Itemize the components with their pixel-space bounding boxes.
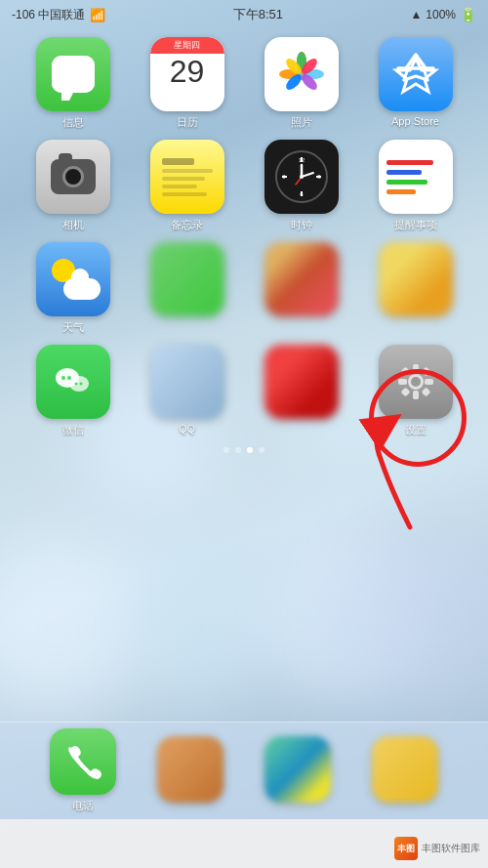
- carrier-text: -106 中国联通: [12, 7, 85, 23]
- app-grid-row1: 信息 星期四 29 日历: [20, 37, 468, 130]
- camera-lens: [62, 166, 84, 187]
- app-icon-messages: [36, 37, 110, 111]
- app-icon-wechat: [36, 345, 110, 419]
- svg-rect-32: [413, 391, 419, 399]
- svg-point-18: [300, 175, 304, 179]
- location-icon: ▲: [410, 8, 422, 21]
- app-icon-settings: [379, 345, 453, 419]
- battery-text: 100%: [426, 8, 456, 21]
- app-label-notes: 备忘录: [171, 218, 203, 232]
- app-icon-reminders: [379, 140, 453, 214]
- status-time: 下午8:51: [233, 6, 283, 23]
- rem-line-4: [386, 189, 416, 194]
- dock-label-phone: 电话: [72, 799, 94, 813]
- app-label-clock: 时钟: [291, 218, 312, 232]
- app-icon-weather: [36, 242, 110, 316]
- dock-app-2[interactable]: [157, 736, 224, 806]
- app-appstore[interactable]: App Store: [362, 37, 468, 130]
- app-icon-blurred-2: [264, 242, 339, 316]
- app-icon-blurred-3: [379, 242, 453, 316]
- reminders-content: [379, 152, 453, 202]
- app-label-messages: 信息: [62, 115, 84, 130]
- settings-svg: [390, 356, 441, 407]
- camera-bump: [59, 153, 72, 161]
- app-icon-photos: [264, 37, 339, 111]
- svg-point-30: [411, 377, 421, 387]
- dock-app-phone[interactable]: 电话: [50, 728, 116, 813]
- wechat-svg: [48, 356, 99, 407]
- status-right: ▲ 100% 🔋: [410, 7, 476, 22]
- app-reminders[interactable]: 提醒事项: [362, 140, 468, 232]
- app-grid-row3: 天气: [20, 242, 468, 335]
- app-calendar[interactable]: 星期四 29 日历: [134, 37, 240, 130]
- svg-point-26: [69, 376, 89, 392]
- svg-point-24: [61, 376, 65, 380]
- status-left: -106 中国联通 📶: [12, 7, 105, 23]
- speech-bubble-icon: [52, 56, 95, 93]
- notes-line-header: [162, 158, 195, 165]
- wallpaper-bubble-2: [117, 547, 273, 703]
- rem-line-2: [386, 170, 422, 175]
- app-blurred-3[interactable]: [362, 242, 468, 335]
- calendar-date: 29: [170, 56, 205, 87]
- app-grid-row4: 微信 QQ: [20, 345, 468, 437]
- watermark: 丰图 丰图软件图库: [394, 837, 480, 860]
- app-icon-camera: [36, 140, 110, 214]
- clock-svg: 12 3 6 9: [272, 147, 331, 206]
- app-label-reminders: 提醒事项: [394, 218, 437, 232]
- app-label-qq: QQ: [179, 423, 195, 434]
- app-label-settings: 设置: [405, 423, 427, 437]
- photos-pinwheel-svg: [274, 47, 329, 102]
- svg-rect-31: [413, 364, 419, 373]
- app-icon-calendar: 星期四 29: [150, 37, 224, 111]
- app-qq[interactable]: QQ: [134, 345, 240, 437]
- svg-rect-36: [421, 367, 430, 377]
- dock-app-3[interactable]: [264, 736, 331, 806]
- page-dot-3: [247, 447, 253, 453]
- calendar-weekday: 星期四: [150, 37, 224, 54]
- app-label-weather: 天气: [62, 320, 84, 335]
- dock: 电话: [0, 722, 488, 819]
- svg-rect-34: [425, 379, 433, 385]
- weather-cloud: [63, 278, 101, 300]
- app-messages[interactable]: 信息: [20, 37, 126, 130]
- app-notes[interactable]: 备忘录: [134, 140, 240, 232]
- app-wechat[interactable]: 微信: [20, 345, 126, 437]
- status-bar: -106 中国联通 📶 下午8:51 ▲ 100% 🔋: [0, 0, 488, 29]
- watermark-brand: 丰图软件图库: [422, 842, 480, 855]
- svg-point-25: [67, 376, 71, 380]
- svg-rect-35: [400, 367, 410, 377]
- app-clock[interactable]: 12 3 6 9 时钟: [248, 140, 354, 232]
- app-icon-notes: [150, 140, 224, 214]
- page-dot-2: [235, 447, 241, 453]
- dock-icon-phone: [50, 728, 116, 795]
- app-settings[interactable]: 设置: [362, 345, 468, 437]
- app-icon-clock: 12 3 6 9: [264, 140, 339, 214]
- app-icon-appstore: [379, 37, 453, 111]
- camera-body: [51, 159, 96, 194]
- app-weather[interactable]: 天气: [20, 242, 126, 335]
- watermark-logo: 丰图: [394, 837, 418, 860]
- page-dot-1: [224, 447, 229, 453]
- app-camera[interactable]: 相机: [20, 140, 126, 232]
- app-icon-blurred-4: [264, 345, 339, 419]
- svg-text:12: 12: [298, 157, 305, 163]
- app-label-photos: 照片: [291, 115, 312, 130]
- app-blurred-2[interactable]: [248, 242, 354, 335]
- app-photos[interactable]: 照片: [248, 37, 354, 130]
- notes-line-2: [162, 177, 205, 181]
- app-blurred-4[interactable]: [248, 345, 354, 437]
- app-label-wechat: 微信: [62, 423, 84, 437]
- notes-line-1: [162, 169, 213, 173]
- dock-icon-4: [372, 736, 438, 803]
- svg-rect-38: [421, 388, 430, 397]
- app-blurred-1[interactable]: [134, 242, 240, 335]
- wifi-icon: 📶: [90, 8, 105, 22]
- notes-line-4: [162, 192, 208, 196]
- dock-icon-3: [264, 736, 331, 803]
- home-screen: 信息 星期四 29 日历: [0, 29, 488, 453]
- dock-app-4[interactable]: [372, 736, 438, 806]
- appstore-svg: [392, 51, 439, 98]
- weather-content: [44, 255, 102, 304]
- app-label-camera: 相机: [62, 218, 84, 232]
